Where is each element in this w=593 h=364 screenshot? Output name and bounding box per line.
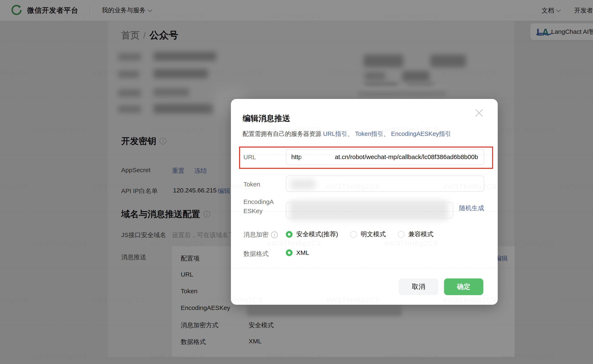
redacted-token-value <box>290 179 315 189</box>
redacted-url-part <box>303 151 335 163</box>
modal-title: 编辑消息推送 <box>243 113 290 124</box>
encryption-radio-group: 安全模式(推荐)明文模式兼容模式 <box>286 230 442 239</box>
random-generate-link[interactable]: 随机生成 <box>459 204 484 213</box>
guide-link[interactable]: Token指引 <box>355 130 383 137</box>
edit-push-modal: 编辑消息推送 配置需拥有自己的服务器资源 URL指引、 Token指引、 Enc… <box>231 99 498 305</box>
redacted-aeskey-value <box>289 200 448 221</box>
format-label: 数据格式 <box>243 250 268 258</box>
guide-link[interactable]: EncodingAESKey指引 <box>391 130 451 137</box>
encryption-option-label[interactable]: 兼容模式 <box>408 230 433 239</box>
token-field-label: Token <box>243 181 260 188</box>
encryption-radio[interactable] <box>350 231 357 238</box>
aeskey-field-label-line2: ESKey <box>243 208 263 214</box>
aeskey-field-label-line1: EncodingA <box>243 198 274 205</box>
encryption-option-label[interactable]: 明文模式 <box>361 230 386 239</box>
encryption-label-wrap: 消息加密 i <box>243 230 278 239</box>
encryption-radio-selected[interactable] <box>286 231 293 238</box>
info-icon[interactable]: i <box>271 231 278 238</box>
encryption-radio[interactable] <box>398 231 405 238</box>
link-separator: 、 <box>347 130 355 137</box>
cancel-button[interactable]: 取消 <box>399 279 438 295</box>
format-option-label[interactable]: XML <box>296 249 309 256</box>
encryption-option-label[interactable]: 安全模式(推荐) <box>296 230 338 239</box>
format-radio-group: XML <box>286 249 318 256</box>
close-icon[interactable] <box>474 108 484 118</box>
url-field-label: URL <box>243 154 256 161</box>
encryption-label: 消息加密 <box>243 230 268 239</box>
token-input[interactable] <box>286 176 484 192</box>
guide-link[interactable]: URL指引 <box>323 130 347 137</box>
link-separator: 、 <box>383 130 391 137</box>
modal-subtitle: 配置需拥有自己的服务器资源 URL指引、 Token指引、 EncodingAE… <box>243 130 451 138</box>
format-radio-selected[interactable] <box>286 249 293 256</box>
url-input[interactable]: http:at.cn/robot/wechat-mp/callback/lc08… <box>286 149 484 165</box>
confirm-button[interactable]: 确定 <box>444 279 483 295</box>
